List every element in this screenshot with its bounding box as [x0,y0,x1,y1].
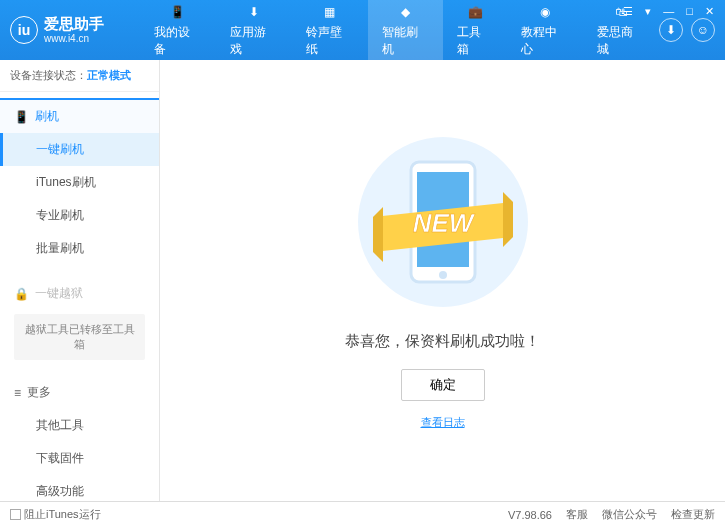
flash-icon: ◆ [396,3,416,21]
view-log-link[interactable]: 查看日志 [421,415,465,430]
main-content: NEW 恭喜您，保资料刷机成功啦！ 确定 查看日志 [160,60,725,501]
skin-icon[interactable]: ▾ [642,4,654,19]
footer: 阻止iTunes运行 V7.98.66 客服 微信公众号 检查更新 [0,501,725,527]
svg-text:NEW: NEW [412,208,475,238]
svg-point-3 [439,271,447,279]
tutorial-icon: ◉ [535,3,555,21]
app-url: www.i4.cn [44,33,104,45]
section-more[interactable]: ≡更多 [0,376,159,409]
sidebar-item-other[interactable]: 其他工具 [0,409,159,442]
ringtone-icon: ▦ [320,3,340,21]
nav-toolbox[interactable]: 💼工具箱 [443,0,507,66]
logo-icon: iu [10,16,38,44]
theme-icon[interactable]: ☰ [620,4,636,19]
section-jailbreak: 🔒一键越狱 [0,277,159,310]
top-header: iu 爱思助手 www.i4.cn 📱我的设备 ⬇应用游戏 ▦铃声壁纸 ◆智能刷… [0,0,725,60]
nav-flash[interactable]: ◆智能刷机 [368,0,444,66]
sidebar-item-firmware[interactable]: 下载固件 [0,442,159,475]
sidebar-item-itunes[interactable]: iTunes刷机 [0,166,159,199]
sidebar-item-oneclick[interactable]: 一键刷机 [0,133,159,166]
close-icon[interactable]: ✕ [702,4,717,19]
minimize-icon[interactable]: — [660,4,677,19]
lock-icon: 🔒 [14,287,29,301]
connection-status: 设备连接状态：正常模式 [0,60,159,92]
maximize-icon[interactable]: □ [683,4,696,19]
success-illustration: NEW [353,132,533,312]
section-flash[interactable]: 📱刷机 [0,98,159,133]
jailbreak-note: 越狱工具已转移至工具箱 [14,314,145,360]
download-icon[interactable]: ⬇ [659,18,683,42]
ok-button[interactable]: 确定 [401,369,485,401]
link-wechat[interactable]: 微信公众号 [602,507,657,522]
user-icon[interactable]: ☺ [691,18,715,42]
link-support[interactable]: 客服 [566,507,588,522]
checkbox-stop-itunes[interactable]: 阻止iTunes运行 [10,507,101,522]
phone-icon: 📱 [14,110,29,124]
menu-icon: ≡ [14,386,21,400]
apps-icon: ⬇ [244,3,264,21]
link-update[interactable]: 检查更新 [671,507,715,522]
sidebar-item-advanced[interactable]: 高级功能 [0,475,159,501]
toolbox-icon: 💼 [465,3,485,21]
nav-tutorial[interactable]: ◉教程中心 [507,0,583,66]
sidebar-item-batch[interactable]: 批量刷机 [0,232,159,265]
logo: iu 爱思助手 www.i4.cn [10,15,140,45]
sidebar: 设备连接状态：正常模式 📱刷机 一键刷机 iTunes刷机 专业刷机 批量刷机 … [0,60,160,501]
nav-ringtone[interactable]: ▦铃声壁纸 [292,0,368,66]
device-icon: 📱 [168,3,188,21]
version-label: V7.98.66 [508,509,552,521]
app-name: 爱思助手 [44,15,104,33]
sidebar-item-pro[interactable]: 专业刷机 [0,199,159,232]
nav-apps[interactable]: ⬇应用游戏 [216,0,292,66]
nav-my-device[interactable]: 📱我的设备 [140,0,216,66]
success-message: 恭喜您，保资料刷机成功啦！ [345,332,540,351]
